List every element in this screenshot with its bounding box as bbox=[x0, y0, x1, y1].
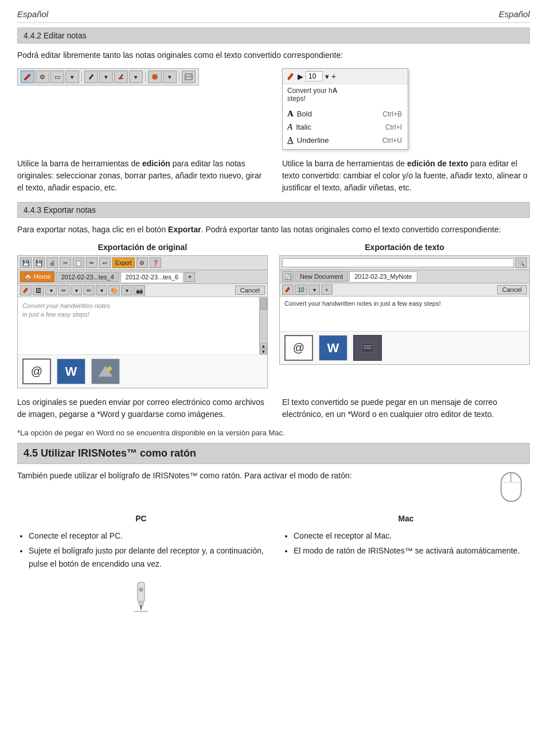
app-main-toolbar[interactable]: 💾 💾 🖨 ✂ 📋 ✏ ↩ Export ⚙ ❓ bbox=[18, 256, 267, 270]
inner-edit2[interactable]: ✏ bbox=[83, 285, 95, 295]
edit-toolbar[interactable]: ⚙ ▭ ▾ ▾ ▾ ▾ bbox=[17, 68, 199, 85]
underline-menu-item[interactable]: A Underline Ctrl+U bbox=[283, 134, 408, 147]
toolbar-edit2-btn[interactable] bbox=[114, 71, 128, 83]
text-tab-new[interactable]: New Document bbox=[295, 271, 348, 282]
app-tabs[interactable]: 🏠 Home 2012-02-23...tes_4 2012-02-23...t… bbox=[18, 270, 267, 284]
export-btn[interactable]: Export bbox=[112, 258, 135, 268]
svg-rect-0 bbox=[24, 79, 26, 80]
text-top-bar[interactable]: 🔍 bbox=[280, 256, 529, 270]
text-search-bar[interactable] bbox=[282, 258, 514, 267]
tab2[interactable]: 2012-02-23...tes_6 bbox=[120, 272, 183, 282]
inner-drop1[interactable]: ▾ bbox=[45, 285, 57, 295]
section-443-body: Para exportar notas, haga clic en el bot… bbox=[17, 224, 530, 236]
new-tab-btn[interactable]: + bbox=[185, 272, 195, 282]
underline-item-left: A Underline bbox=[287, 135, 329, 145]
font-size-input[interactable] bbox=[306, 71, 323, 81]
tab1[interactable]: 2012-02-23...tes_4 bbox=[56, 272, 119, 282]
underline-label: Underline bbox=[297, 136, 329, 145]
export-original-title: Exportación de original bbox=[17, 243, 268, 252]
toolbar-gear-btn[interactable]: ⚙ bbox=[36, 71, 49, 83]
scroll-down-btn[interactable]: ▲ bbox=[260, 343, 267, 349]
text-icon-row: @ W bbox=[280, 331, 529, 364]
scroll-up-btn[interactable]: ▼ bbox=[260, 349, 267, 354]
pc-title: PC bbox=[17, 513, 265, 525]
italic-menu-item[interactable]: A Italic Ctrl+I bbox=[283, 120, 408, 134]
toolbar-cut[interactable]: ✂ bbox=[60, 258, 71, 268]
pc-bullet-2: Sujete el bolígrafo justo por delante de… bbox=[29, 544, 265, 570]
toolbar-rect-btn[interactable]: ▭ bbox=[50, 71, 64, 83]
pen-icon-container bbox=[17, 579, 265, 617]
text-tab-mynote[interactable]: 2012-02-23_MyNote bbox=[349, 271, 417, 282]
export-text-title: Exportación de texto bbox=[279, 243, 530, 252]
inner-drop3[interactable]: ▾ bbox=[96, 285, 107, 295]
toolbar-help[interactable]: ❓ bbox=[150, 258, 161, 268]
dropdown-icon[interactable]: ▾ bbox=[325, 72, 329, 81]
app-scrollbar[interactable]: ▲ ▼ bbox=[259, 297, 267, 354]
cancel-btn[interactable]: Cancel bbox=[235, 286, 265, 295]
col-left-export: Los originales se pueden enviar por corr… bbox=[17, 396, 265, 420]
toolbar-settings[interactable]: ⚙ bbox=[136, 258, 148, 268]
text-tab-icon[interactable]: 🔄 bbox=[282, 271, 294, 282]
text-font-size[interactable]: 10 bbox=[295, 285, 307, 295]
toolbar-save2[interactable]: 💾 bbox=[33, 258, 45, 268]
bold-icon: A bbox=[287, 109, 294, 119]
col-left-edit: Utilice la barra de herramientas de edic… bbox=[17, 158, 265, 194]
inner-img-btn[interactable]: 🖼 bbox=[33, 285, 44, 295]
section-45-body: También puede utilizar el bolígrafo de I… bbox=[17, 470, 489, 482]
text-word-icon[interactable]: W bbox=[319, 335, 347, 361]
context-menu-box: ▶ ▾ + Convert your hA steps! A Bold Ctr bbox=[282, 68, 530, 150]
app-inner-toolbar[interactable]: 🖼 ▾ ✏ ▾ ✏ ▾ 🎨 ▾ 📷 Cancel bbox=[18, 284, 267, 297]
text-at-icon[interactable]: @ bbox=[284, 335, 313, 361]
word-icon-box[interactable]: W bbox=[57, 358, 85, 384]
inner-photo[interactable]: 📷 bbox=[134, 285, 145, 295]
separator1 bbox=[81, 72, 82, 82]
toolbar-color-btn[interactable] bbox=[148, 71, 162, 83]
text-inner-pen[interactable] bbox=[282, 285, 294, 295]
inner-pen-btn[interactable] bbox=[20, 285, 32, 295]
gear-icon: ⚙ bbox=[40, 73, 45, 81]
bold-item-left: A Bold bbox=[287, 109, 312, 119]
app-window: 💾 💾 🖨 ✂ 📋 ✏ ↩ Export ⚙ ❓ 🏠 bbox=[17, 255, 268, 388]
inner-edit1[interactable]: ✏ bbox=[58, 285, 69, 295]
text-search-btn[interactable]: 🔍 bbox=[515, 258, 527, 268]
toolbar-img-btn[interactable] bbox=[182, 71, 196, 83]
inner-drop2[interactable]: ▾ bbox=[71, 285, 82, 295]
toolbar-pen[interactable]: ✏ bbox=[86, 258, 97, 268]
header: Español Español bbox=[17, 6, 530, 23]
mountain-icon-box[interactable] bbox=[91, 358, 120, 384]
toolbar-pen-btn[interactable] bbox=[21, 71, 34, 83]
plus-icon[interactable]: + bbox=[331, 72, 336, 81]
separator2 bbox=[145, 72, 146, 82]
toolbar-drop3-btn[interactable]: ▾ bbox=[129, 71, 143, 83]
svg-point-2 bbox=[152, 74, 158, 80]
text-window: 🔍 🔄 New Document 2012-02-23_MyNote 10 ▾ … bbox=[279, 255, 530, 365]
toolbar-undo[interactable]: ↩ bbox=[99, 258, 111, 268]
separator3 bbox=[179, 72, 179, 82]
toolbar-copy[interactable]: 📋 bbox=[73, 258, 84, 268]
header-right: Español bbox=[499, 9, 530, 19]
text-font-plus[interactable]: + bbox=[321, 285, 333, 295]
text-dark-icon[interactable] bbox=[353, 335, 382, 361]
bold-menu-item[interactable]: A Bold Ctrl+B bbox=[283, 107, 408, 120]
export-description-cols: Los originales se pueden enviar por corr… bbox=[17, 396, 530, 420]
context-menu: ▶ ▾ + Convert your hA steps! A Bold Ctr bbox=[282, 68, 408, 150]
toolbar-drop2-btn[interactable]: ▾ bbox=[99, 71, 113, 83]
inner-color[interactable]: 🎨 bbox=[108, 285, 120, 295]
toolbar-drop1-btn[interactable]: ▾ bbox=[65, 71, 79, 83]
at-icon-box[interactable]: @ bbox=[22, 358, 51, 384]
text-font-drop[interactable]: ▾ bbox=[308, 285, 320, 295]
toolbars-row: ⚙ ▭ ▾ ▾ ▾ ▾ bbox=[17, 68, 530, 150]
text-cancel-btn[interactable]: Cancel bbox=[497, 285, 527, 294]
svg-rect-8 bbox=[364, 348, 372, 349]
arrow-icon: ▶ bbox=[298, 72, 303, 81]
scrollbar-thumb[interactable] bbox=[260, 298, 267, 310]
toolbar-edit1-btn[interactable] bbox=[84, 71, 98, 83]
home-tab[interactable]: 🏠 Home bbox=[20, 271, 54, 282]
bold-shortcut: Ctrl+B bbox=[382, 110, 402, 118]
text-tabs[interactable]: 🔄 New Document 2012-02-23_MyNote bbox=[280, 270, 529, 283]
text-inner-toolbar[interactable]: 10 ▾ + Cancel bbox=[280, 283, 529, 297]
toolbar-save1[interactable]: 💾 bbox=[20, 258, 32, 268]
toolbar-drop4-btn[interactable]: ▾ bbox=[163, 71, 177, 83]
inner-drop4[interactable]: ▾ bbox=[121, 285, 132, 295]
toolbar-print[interactable]: 🖨 bbox=[46, 258, 58, 268]
